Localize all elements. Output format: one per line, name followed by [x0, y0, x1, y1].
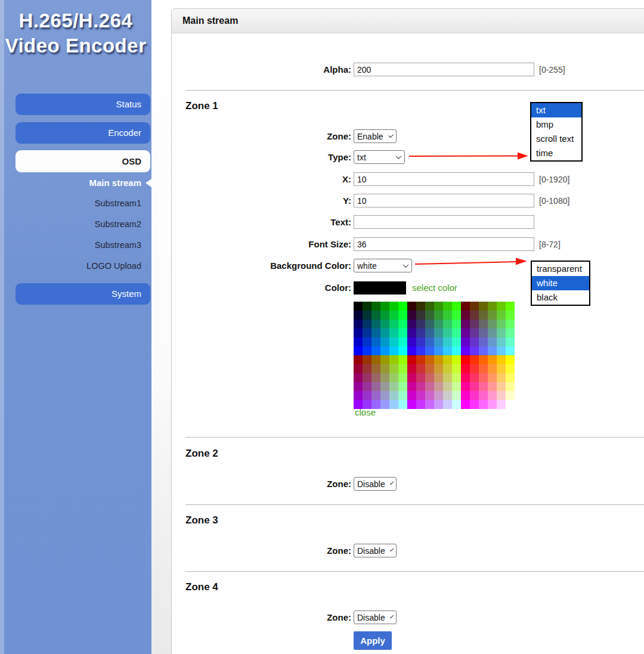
palette-cell[interactable]	[380, 364, 389, 373]
palette-cell[interactable]	[416, 337, 425, 346]
palette-cell[interactable]	[461, 355, 470, 364]
palette-cell[interactable]	[354, 364, 363, 373]
palette-cell[interactable]	[506, 346, 515, 355]
palette-cell[interactable]	[497, 337, 506, 346]
zone1-bgcolor-select[interactable]: white	[354, 259, 412, 272]
palette-cell[interactable]	[425, 346, 434, 355]
palette-cell[interactable]	[452, 328, 461, 337]
palette-cell[interactable]	[434, 337, 443, 346]
palette-cell[interactable]	[434, 355, 443, 364]
palette-cell[interactable]	[407, 391, 416, 400]
palette-cell[interactable]	[470, 337, 479, 346]
palette-cell[interactable]	[371, 337, 380, 346]
zone3-zone-select[interactable]: Disable	[354, 544, 397, 557]
palette-cell[interactable]	[506, 311, 515, 320]
palette-cell[interactable]	[363, 373, 371, 382]
palette-cell[interactable]	[416, 311, 425, 320]
palette-cell[interactable]	[461, 337, 470, 346]
palette-cell[interactable]	[425, 391, 434, 400]
palette-cell[interactable]	[461, 311, 470, 320]
palette-cell[interactable]	[470, 328, 479, 337]
palette-cell[interactable]	[506, 302, 515, 311]
palette-cell[interactable]	[470, 320, 479, 328]
palette-cell[interactable]	[389, 382, 398, 391]
palette-cell[interactable]	[425, 355, 434, 364]
palette-cell[interactable]	[363, 302, 371, 311]
palette-cell[interactable]	[371, 302, 380, 311]
palette-cell[interactable]	[354, 355, 363, 364]
palette-cell[interactable]	[389, 373, 398, 382]
palette-cell[interactable]	[380, 373, 389, 382]
dropdown-option[interactable]: black	[532, 290, 589, 305]
palette-cell[interactable]	[363, 382, 371, 391]
palette-cell[interactable]	[407, 311, 416, 320]
palette-cell[interactable]	[488, 382, 497, 391]
zone1-x-input[interactable]	[354, 172, 534, 186]
palette-cell[interactable]	[470, 302, 479, 311]
palette-cell[interactable]	[416, 364, 425, 373]
palette-cell[interactable]	[380, 337, 389, 346]
zone1-y-input[interactable]	[354, 194, 534, 207]
zone2-zone-select[interactable]: Disable	[354, 477, 397, 491]
palette-cell[interactable]	[443, 373, 452, 382]
palette-cell[interactable]	[389, 355, 398, 364]
palette-cell[interactable]	[398, 373, 407, 382]
dropdown-option[interactable]: transparent	[532, 262, 589, 276]
palette-cell[interactable]	[488, 328, 497, 337]
palette-cell[interactable]	[416, 373, 425, 382]
palette-cell[interactable]	[434, 382, 443, 391]
palette-cell[interactable]	[371, 355, 380, 364]
palette-close-link[interactable]: close	[355, 407, 376, 417]
palette-cell[interactable]	[416, 355, 425, 364]
submenu-item-substream2[interactable]: Substream2	[0, 214, 151, 235]
sidebar-item-osd[interactable]: OSD	[16, 150, 150, 172]
palette-cell[interactable]	[398, 328, 407, 337]
palette-cell[interactable]	[425, 382, 434, 391]
palette-cell[interactable]	[452, 373, 461, 382]
palette-cell[interactable]	[425, 311, 434, 320]
palette-cell[interactable]	[389, 311, 398, 320]
palette-cell[interactable]	[470, 311, 479, 320]
palette-cell[interactable]	[497, 400, 506, 409]
palette-cell[interactable]	[488, 355, 497, 364]
palette-cell[interactable]	[488, 302, 497, 311]
palette-cell[interactable]	[443, 364, 452, 373]
palette-cell[interactable]	[380, 382, 389, 391]
palette-cell[interactable]	[434, 320, 443, 328]
palette-cell[interactable]	[506, 320, 515, 328]
apply-button[interactable]: Apply	[354, 631, 392, 650]
palette-cell[interactable]	[380, 328, 389, 337]
palette-cell[interactable]	[443, 382, 452, 391]
palette-cell[interactable]	[461, 373, 470, 382]
palette-cell[interactable]	[416, 400, 425, 409]
palette-cell[interactable]	[497, 328, 506, 337]
palette-cell[interactable]	[443, 320, 452, 328]
palette-cell[interactable]	[488, 320, 497, 328]
palette-cell[interactable]	[425, 364, 434, 373]
palette-cell[interactable]	[407, 364, 416, 373]
color-palette[interactable]	[354, 302, 515, 409]
select-color-link[interactable]: select color	[412, 283, 457, 293]
palette-cell[interactable]	[416, 302, 425, 311]
palette-cell[interactable]	[443, 302, 452, 311]
palette-cell[interactable]	[470, 400, 479, 409]
palette-cell[interactable]	[407, 400, 416, 409]
palette-cell[interactable]	[407, 373, 416, 382]
palette-cell[interactable]	[425, 302, 434, 311]
palette-cell[interactable]	[371, 364, 380, 373]
palette-cell[interactable]	[407, 328, 416, 337]
palette-cell[interactable]	[443, 355, 452, 364]
palette-cell[interactable]	[371, 382, 380, 391]
palette-cell[interactable]	[443, 337, 452, 346]
palette-cell[interactable]	[479, 328, 488, 337]
palette-cell[interactable]	[389, 302, 398, 311]
palette-cell[interactable]	[488, 346, 497, 355]
palette-cell[interactable]	[506, 328, 515, 337]
palette-cell[interactable]	[434, 302, 443, 311]
zone1-type-select[interactable]: txt	[354, 150, 405, 164]
palette-cell[interactable]	[488, 364, 497, 373]
palette-cell[interactable]	[470, 382, 479, 391]
palette-cell[interactable]	[425, 337, 434, 346]
palette-cell[interactable]	[443, 328, 452, 337]
palette-cell[interactable]	[380, 400, 389, 409]
